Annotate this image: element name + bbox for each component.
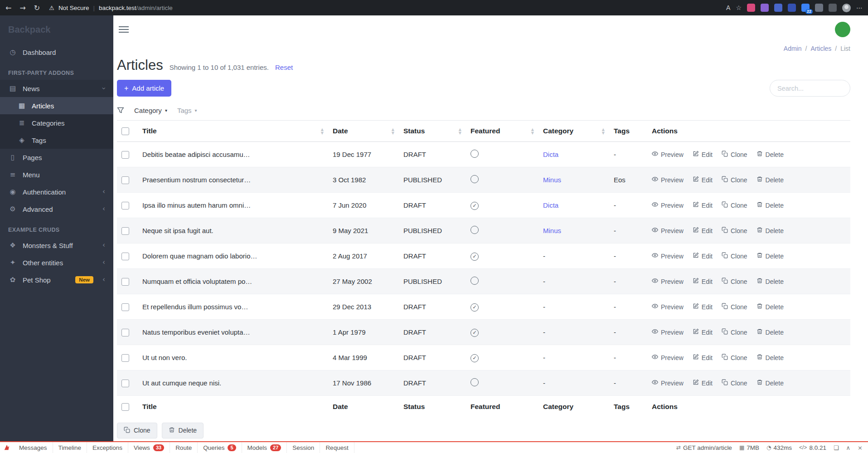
browser-back-button[interactable]: ← [5,4,11,12]
row-action-clone[interactable]: Clone [722,354,747,361]
column-header-date[interactable]: Date▲▼ [328,121,399,142]
row-action-clone[interactable]: Clone [722,379,747,387]
row-action-preview[interactable]: Preview [652,227,684,234]
user-avatar[interactable] [835,22,850,37]
search-input[interactable] [770,80,850,97]
category-link[interactable]: Dicta [543,201,558,209]
breadcrumb-articles[interactable]: Articles [810,45,831,52]
debugbar-logo-icon[interactable] [0,444,14,451]
table-row[interactable]: Neque sit ipsa fugit aut. 9 May 2021 PUB… [117,218,850,244]
row-action-clone[interactable]: Clone [722,278,747,285]
debugbar-close-icon[interactable]: × [858,444,863,451]
row-checkbox[interactable] [121,253,129,260]
address-url[interactable]: backpack.test/admin/article [99,5,173,11]
row-checkbox[interactable] [121,227,129,235]
read-aloud-icon[interactable]: A [726,4,730,11]
row-action-clone[interactable]: Clone [722,201,747,209]
address-bar[interactable]: ⚠ Not Secure | backpack.test/admin/artic… [49,5,722,11]
filter-category[interactable]: Category ▾ [134,107,167,114]
row-action-preview[interactable]: Preview [652,278,684,285]
category-link[interactable]: Minus [543,176,561,184]
security-label[interactable]: Not Secure [58,5,89,11]
extension-icon-5[interactable]: 22 [801,4,810,12]
debugbar-tab-timeline[interactable]: Timeline [53,442,87,453]
row-action-clone[interactable]: Clone [722,328,747,336]
row-action-edit[interactable]: Edit [693,201,713,209]
breadcrumb-admin[interactable]: Admin [784,45,802,52]
row-action-delete[interactable]: Delete [756,176,784,184]
row-checkbox[interactable] [121,380,129,387]
row-action-clone[interactable]: Clone [722,176,747,184]
row-checkbox[interactable] [121,303,129,311]
sidebar-item-menu[interactable]: ≡Menu [0,166,113,183]
sidebar-item-pet-shop[interactable]: ✿Pet ShopNew› [0,271,113,288]
table-row[interactable]: Et repellendus illum possimus vo… 29 Dec… [117,294,850,320]
extension-icon-6[interactable] [815,4,823,12]
sidebar-item-authentication[interactable]: ◉Authentication› [0,183,113,200]
column-header-category[interactable]: Category▲▼ [538,121,609,142]
row-action-edit[interactable]: Edit [693,354,713,361]
category-link[interactable]: Minus [543,227,561,234]
browser-refresh-button[interactable]: ↻ [34,4,40,12]
sidebar-item-articles[interactable]: ▦Articles [0,97,113,114]
column-header-title[interactable]: Title▲▼ [138,121,328,142]
debugbar-tab-exceptions[interactable]: Exceptions [87,442,128,453]
bulk-clone-button[interactable]: Clone [117,423,157,438]
sidebar-item-pages[interactable]: ▯Pages [0,149,113,166]
row-action-delete[interactable]: Delete [756,227,784,234]
row-action-edit[interactable]: Edit [693,278,713,285]
table-row[interactable]: Natus temporibus eveniet volupta… 1 Apr … [117,320,850,345]
row-action-delete[interactable]: Delete [756,354,784,361]
table-row[interactable]: Praesentium nostrum consectetur… 3 Oct 1… [117,167,850,193]
sidebar-item-advanced[interactable]: ⚙Advanced› [0,200,113,218]
row-action-edit[interactable]: Edit [693,227,713,234]
row-action-edit[interactable]: Edit [693,303,713,311]
row-action-delete[interactable]: Delete [756,252,784,260]
row-action-preview[interactable]: Preview [652,354,684,361]
column-header-featured[interactable]: Featured▲▼ [466,121,538,142]
table-row[interactable]: Ut aut cumque neque nisi. 17 Nov 1986 DR… [117,370,850,396]
row-action-clone[interactable]: Clone [722,252,747,260]
sidebar-item-tags[interactable]: ◈Tags [0,132,113,149]
row-action-preview[interactable]: Preview [652,303,684,311]
row-checkbox[interactable] [121,278,129,286]
row-action-clone[interactable]: Clone [722,303,747,311]
row-action-edit[interactable]: Edit [693,379,713,387]
sidebar-item-news[interactable]: ▤News› [0,80,113,97]
extension-icon-1[interactable] [747,4,755,12]
row-action-preview[interactable]: Preview [652,151,684,158]
add-article-button[interactable]: + Add article [117,80,171,97]
browser-menu-icon[interactable]: ⋯ [856,4,863,11]
row-action-edit[interactable]: Edit [693,328,713,336]
row-action-preview[interactable]: Preview [652,201,684,209]
extensions-puzzle-icon[interactable] [829,4,837,12]
debugbar-tab-route[interactable]: Route [170,442,198,453]
extension-icon-3[interactable] [774,4,782,12]
row-action-clone[interactable]: Clone [722,227,747,234]
row-action-preview[interactable]: Preview [652,176,684,184]
row-action-delete[interactable]: Delete [756,379,784,387]
row-action-preview[interactable]: Preview [652,379,684,387]
browser-forward-button[interactable]: → [19,4,25,12]
select-all-checkbox-footer[interactable] [121,403,129,411]
row-checkbox[interactable] [121,176,129,184]
debugbar-tab-request[interactable]: Request [320,442,354,453]
extension-icon-4[interactable] [788,4,796,12]
table-row[interactable]: Debitis beatae adipisci accusamu… 19 Dec… [117,142,850,167]
sidebar-item-dashboard[interactable]: ◷Dashboard [0,44,113,61]
table-row[interactable]: Numquam et officia voluptatem po… 27 May… [117,269,850,294]
row-checkbox[interactable] [121,151,129,159]
sidebar-toggle-button[interactable] [117,24,131,34]
row-action-delete[interactable]: Delete [756,278,784,285]
select-all-checkbox[interactable] [121,127,129,135]
debugbar-folder-icon[interactable]: ❏ [834,444,839,451]
sidebar-item-other-entities[interactable]: ✦Other entities› [0,254,113,271]
browser-profile-icon[interactable] [842,4,851,12]
reset-link[interactable]: Reset [275,63,293,71]
row-action-clone[interactable]: Clone [722,151,747,158]
favorites-star-icon[interactable]: ☆ [736,4,742,11]
row-checkbox[interactable] [121,354,129,362]
filter-tags[interactable]: Tags ▾ [177,107,197,114]
table-row[interactable]: Ut ut non vero. 4 Mar 1999 DRAFT ✓ - - P… [117,345,850,370]
debugbar-tab-queries[interactable]: Queries5 [198,442,242,453]
